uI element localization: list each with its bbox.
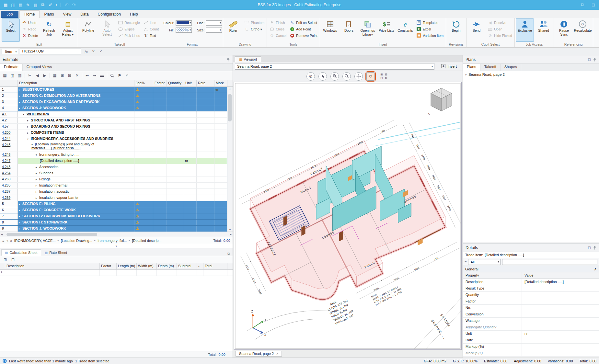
estimate-row[interactable]: 9▸SECTION J: WOODWORK⚠	[0, 226, 233, 232]
estimate-row[interactable]: 4.200▸COMPOSITE ITEMS	[0, 130, 233, 136]
prev-item-icon[interactable]: ◀	[34, 72, 40, 79]
fx-button[interactable]: ƒx	[83, 50, 89, 53]
doors-button[interactable]: Doors	[340, 18, 358, 42]
finish-button[interactable]: ⚑Finish	[268, 19, 288, 26]
refresh-job-button[interactable]: ↻Refresh Job	[40, 18, 58, 42]
expand-icon[interactable]: ▸	[19, 221, 22, 224]
close-button[interactable]: Close	[268, 26, 288, 32]
zoom-extents-icon[interactable]: ⊞	[380, 73, 385, 76]
expand-icon[interactable]: ▸	[19, 95, 22, 97]
column-header-unit[interactable]: Unit	[184, 80, 197, 86]
flag-icon[interactable]: ⚑	[116, 72, 123, 79]
menu-tab-configuration[interactable]: Configuration	[93, 11, 125, 18]
column-header-factor[interactable]: Factor	[153, 80, 167, 86]
pin-icon[interactable]	[226, 58, 230, 62]
column-header-rate[interactable]: Rate	[197, 80, 214, 86]
insert-plan-button[interactable]: + Insert	[437, 63, 461, 70]
scrollbar-thumb[interactable]	[6, 233, 97, 236]
calc-column-description[interactable]: Description	[5, 263, 100, 269]
back-icon[interactable]: «	[6, 239, 8, 243]
calc-column-length-m-[interactable]: Length (m)	[117, 263, 137, 269]
plan-canvas[interactable]: FAMILY MEALS TERRACE LOUNGE PORCH GARAGE…	[234, 82, 462, 350]
property-row[interactable]: Wastage	[463, 318, 599, 324]
calc-column-blank[interactable]: -	[197, 263, 203, 269]
count-button[interactable]: Count	[142, 26, 160, 32]
estimate-row[interactable]: 4.244▾IRONMONGERY, ACCESSORIES AND SUNDR…	[0, 136, 233, 142]
excel-button[interactable]: XExcel	[415, 26, 445, 32]
tab-rate-sheet[interactable]: ▥Rate Sheet	[41, 249, 71, 256]
auto-select-button[interactable]: Auto Select	[98, 18, 116, 42]
column-header-mark-[interactable]: Mark...	[214, 80, 227, 86]
column-header-description[interactable]: Description	[18, 80, 134, 86]
rotate-tool-icon[interactable]: ↻	[366, 72, 375, 81]
general-section-header[interactable]: General ∧	[463, 266, 599, 272]
estimate-row[interactable]: 4.246▾Ironmongery; fixing to .....	[0, 152, 233, 158]
calc-column-width-m-[interactable]: Width (m)	[137, 263, 157, 269]
calculation-row[interactable]: ▸	[0, 270, 233, 276]
remove-point-button[interactable]: −Remove Point	[288, 32, 319, 39]
estimate-row[interactable]: 4.254▸Sundries	[0, 170, 233, 176]
restore-icon[interactable]: ◻	[588, 57, 591, 62]
next-item-icon[interactable]: ▶	[41, 72, 48, 79]
receive-button[interactable]: ◀Receive	[486, 19, 513, 26]
tab-grouped-views[interactable]: Grouped Views	[23, 64, 56, 71]
ellipse-button[interactable]: Ellipse	[117, 26, 141, 32]
menu-tab-help[interactable]: Help	[125, 11, 143, 18]
calc-cell[interactable]	[177, 270, 197, 276]
expand-icon[interactable]: ▸	[36, 190, 39, 193]
calc-column-subtotal[interactable]: Subtotal	[177, 263, 197, 269]
windows-button[interactable]: Windows	[321, 18, 339, 42]
collapse-icon[interactable]: ▾	[23, 113, 27, 116]
templates-button[interactable]: Templates	[415, 19, 445, 26]
collapse-icon[interactable]: ▾	[27, 138, 31, 141]
property-row[interactable]: Factor	[463, 298, 599, 305]
constants-button[interactable]: eConstants	[396, 18, 414, 42]
chevron-down-icon[interactable]: ▾	[430, 64, 434, 69]
breadcrumb-item[interactable]: Ironmongery; fixi...	[98, 239, 127, 243]
jump-first-icon[interactable]: ⇤	[84, 72, 90, 79]
estimate-row[interactable]: 4.2▸STRUCTURAL AND FIRST FIXINGS	[0, 118, 233, 124]
forward-icon[interactable]: »	[10, 239, 12, 243]
expand-icon[interactable]: ▸	[19, 88, 22, 91]
expand-icon[interactable]: ▸	[19, 209, 22, 212]
calc-column-factor[interactable]: Factor	[100, 263, 117, 269]
begin-button[interactable]: Begin	[447, 18, 465, 42]
scroll-right-icon[interactable]: ▶	[230, 233, 232, 236]
expand-icon[interactable]: ▸	[27, 119, 31, 122]
page-selector[interactable]: Seanna Road, page 2 ▾	[235, 63, 434, 70]
property-row[interactable]: Markup (%)	[463, 344, 599, 350]
recalculate-button[interactable]: ↻Recalculate	[574, 18, 592, 42]
scrollbar-thumb[interactable]	[228, 94, 232, 121]
board-icon[interactable]: ▦	[3, 3, 9, 7]
expand-icon[interactable]: ▸	[27, 131, 31, 134]
edit-on-select-button[interactable]: ✎Edit on Select	[288, 19, 319, 26]
open-button[interactable]: Open	[486, 26, 513, 32]
view-iso-icon[interactable]: ⊠	[385, 76, 389, 80]
menu-icon[interactable]: ≡	[2, 239, 4, 243]
cut-icon[interactable]: ✂	[27, 72, 33, 79]
filter-dropdown[interactable]: All ▾	[468, 259, 501, 265]
pan-tool-icon[interactable]	[354, 72, 363, 81]
pin-icon[interactable]	[593, 246, 596, 250]
save-icon[interactable]: ▤	[17, 3, 24, 7]
ruler-button[interactable]: Ruler	[224, 18, 242, 42]
calc-column-blank[interactable]	[0, 263, 5, 269]
menu-tab-plans[interactable]: Plans	[40, 11, 58, 18]
scroll-up-icon[interactable]: ▲	[229, 87, 231, 90]
openings-library-button[interactable]: Openings Library	[359, 18, 377, 42]
calc-cell[interactable]	[117, 270, 137, 276]
tab-plans[interactable]: Plans	[463, 64, 480, 71]
collapse-icon[interactable]: ▾	[36, 154, 39, 156]
fill-dropdown[interactable]: ▾	[176, 28, 192, 33]
expand-icon[interactable]: ▸	[36, 166, 39, 169]
menu-tab-data[interactable]: Data	[76, 11, 93, 18]
search-icon[interactable]	[109, 72, 115, 79]
plan-tree-item[interactable]: ▸ Seanna Road, page 2	[463, 71, 599, 78]
expand-icon[interactable]: ▸	[36, 172, 39, 175]
collapse-icon[interactable]: ▾	[19, 107, 22, 110]
menu-tab-view[interactable]: View	[58, 11, 76, 18]
menu-tab-job[interactable]: Job	[1, 11, 18, 18]
property-row[interactable]: Aggregate Quantity	[463, 324, 599, 331]
estimate-row[interactable]: 4.245▾[Location Drawings] [kind and qual…	[0, 142, 233, 152]
estimate-row[interactable]: 3▸SECTION D: EXCAVATION AND EARTHWORK⚠	[0, 99, 233, 105]
